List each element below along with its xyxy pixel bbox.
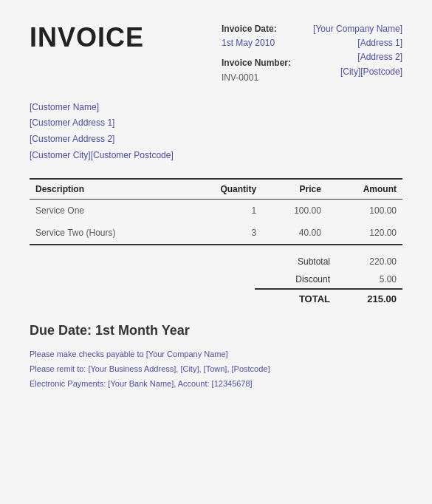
due-date-section: Due Date: 1st Month Year xyxy=(30,323,402,338)
due-date-title: Due Date: 1st Month Year xyxy=(30,323,402,338)
total-value: 215.00 xyxy=(345,293,397,304)
invoice-page: INVOICE Invoice Date: 1st May 2010 Invoi… xyxy=(0,0,432,504)
discount-value: 5.00 xyxy=(345,274,397,285)
subtotal-value: 220.00 xyxy=(345,256,397,267)
invoice-date-section: Invoice Date: 1st May 2010 Invoice Numbe… xyxy=(222,22,291,85)
invoice-title: INVOICE xyxy=(30,22,144,53)
subtotal-label: Subtotal xyxy=(261,256,345,267)
footer-section: Please make checks payable to [Your Comp… xyxy=(30,347,402,391)
table-row: Service One 1 100.00 100.00 xyxy=(30,200,402,222)
row1-description: Service One xyxy=(30,200,182,222)
company-address2: [Address 2] xyxy=(313,50,402,64)
row1-amount: 100.00 xyxy=(327,200,402,222)
invoice-number-label: Invoice Number: xyxy=(222,56,291,70)
discount-row: Discount 5.00 xyxy=(255,270,402,288)
col-description: Description xyxy=(30,179,182,200)
subtotal-row: Subtotal 220.00 xyxy=(255,253,402,270)
row2-amount: 120.00 xyxy=(327,222,402,245)
footer-line1: Please make checks payable to [Your Comp… xyxy=(30,347,402,362)
row1-price: 100.00 xyxy=(262,200,327,222)
customer-city: [Customer City][Customer Postcode] xyxy=(30,148,402,164)
col-amount: Amount xyxy=(327,179,402,200)
invoice-number-value: INV-0001 xyxy=(222,71,291,85)
col-price: Price xyxy=(262,179,327,200)
customer-info: [Customer Name] [Customer Address 1] [Cu… xyxy=(30,100,402,163)
company-info: [Your Company Name] [Address 1] [Address… xyxy=(313,22,402,85)
footer-line3: Electronic Payments: [Your Bank Name], A… xyxy=(30,377,402,392)
row1-quantity: 1 xyxy=(182,200,262,222)
invoice-date-value: 1st May 2010 xyxy=(222,36,291,50)
col-quantity: Quantity xyxy=(182,179,262,200)
table-section: Description Quantity Price Amount Servic… xyxy=(30,178,402,245)
total-row: TOTAL 215.00 xyxy=(255,288,402,308)
company-city: [City][Postcode] xyxy=(313,65,402,79)
company-address1: [Address 1] xyxy=(313,36,402,50)
customer-address2: [Customer Address 2] xyxy=(30,132,402,148)
header-section: INVOICE Invoice Date: 1st May 2010 Invoi… xyxy=(30,22,402,85)
footer-line2: Please remit to: [Your Business Address]… xyxy=(30,362,402,377)
row2-price: 40.00 xyxy=(262,222,327,245)
row2-quantity: 3 xyxy=(182,222,262,245)
header-right: Invoice Date: 1st May 2010 Invoice Numbe… xyxy=(222,22,402,85)
row2-description: Service Two (Hours) xyxy=(30,222,182,245)
company-name: [Your Company Name] xyxy=(313,22,402,36)
customer-address1: [Customer Address 1] xyxy=(30,115,402,132)
total-label: TOTAL xyxy=(261,293,345,304)
customer-name: [Customer Name] xyxy=(30,100,402,116)
discount-label: Discount xyxy=(261,274,345,285)
invoice-table: Description Quantity Price Amount Servic… xyxy=(30,178,402,245)
invoice-title-block: INVOICE xyxy=(30,22,144,85)
invoice-date-label: Invoice Date: xyxy=(222,22,291,36)
totals-section: Subtotal 220.00 Discount 5.00 TOTAL 215.… xyxy=(30,253,402,308)
table-row: Service Two (Hours) 3 40.00 120.00 xyxy=(30,222,402,245)
